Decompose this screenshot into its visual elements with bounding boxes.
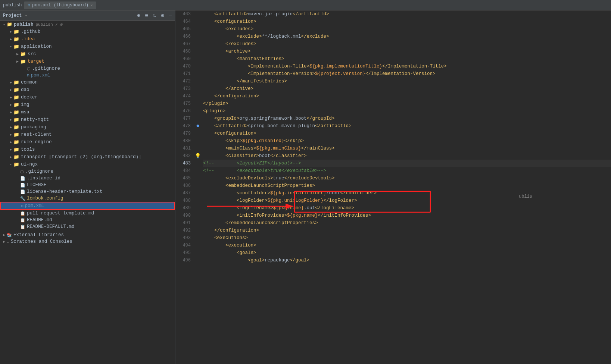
tree-item-gitignore-ui[interactable]: ▶ ⬡ .gitignore (0, 168, 175, 175)
tree-root-publish[interactable]: ▾ 📁 publish publish / ∅ (0, 21, 175, 28)
gitignore-app-icon: ⬡ (27, 66, 31, 71)
line-number-463: 463 (175, 10, 191, 18)
packaging-folder-icon: 📁 (13, 124, 19, 130)
xml-tag: </embeddedLaunchScriptProperties> (225, 220, 318, 226)
line-number-469: 469 (175, 55, 191, 63)
tree-item-docker[interactable]: ▶ 📁 docker (0, 94, 175, 101)
xml-tag: </configuration> (214, 228, 259, 233)
xml-tag: <exclude> (237, 34, 262, 39)
xml-content: /conf (326, 191, 340, 196)
rule-arrow: ▶ (8, 140, 13, 144)
settings-icon[interactable]: ⚙ (161, 12, 164, 19)
tree-item-instance-id[interactable]: ▶ 📄 .instance_id (0, 175, 175, 182)
editor-area: 4634644654664674684694704714724734744754… (175, 10, 611, 364)
tree-item-netty[interactable]: ▶ 📁 netty-mqtt (0, 116, 175, 123)
xml-tag: </artifactId> (315, 123, 352, 129)
gutter-cell-475 (194, 100, 202, 107)
tree-item-src[interactable]: ▶ 📁 src (0, 50, 175, 58)
xml-var: ${pkg.disabled} (242, 138, 284, 144)
tools-arrow: ▶ (8, 147, 13, 152)
tree-item-ui-ngx[interactable]: ▾ 📁 ui-ngx (0, 161, 175, 168)
rule-folder-icon: 📁 (13, 139, 19, 145)
line-number-471: 471 (175, 70, 191, 78)
line-number-489: 489 (175, 204, 191, 212)
xml-content: true (273, 176, 284, 181)
code-gutter: ●💡 (194, 10, 202, 364)
xml-tag: <goals> (237, 250, 256, 255)
xml-tag: <configuration> (214, 131, 256, 136)
tree-item-dao[interactable]: ▶ 📁 dao (0, 86, 175, 94)
gutter-cell-474 (194, 92, 202, 100)
tree-item-packaging[interactable]: ▶ 📁 packaging (0, 123, 175, 131)
tree-item-application[interactable]: ▾ 📁 application (0, 43, 175, 50)
tree-item-github[interactable]: ▶ 📁 .github (0, 28, 175, 35)
line-number-496: 496 (175, 257, 191, 264)
tree-item-img[interactable]: ▶ 📁 img (0, 101, 175, 109)
tree-item-rest[interactable]: ▶ 📁 rest-client (0, 131, 175, 138)
code-content[interactable]: <artifactId>maven-jar-plugin</artifactId… (202, 10, 611, 364)
tree-item-external-libs[interactable]: ▶ 📚 External Libraries (0, 232, 175, 238)
tree-item-transport[interactable]: ▶ 📁 transport [transport (2) (org.things… (0, 153, 175, 161)
code-line-464: <configuration> (203, 18, 611, 25)
xml-tag: </configuration> (214, 94, 259, 99)
tree-item-readme[interactable]: ▶ 📋 README.md (0, 217, 175, 223)
top-tab-pom[interactable]: m pom.xml (thingsboard) ✕ (24, 1, 96, 9)
pom-app-label: pom.xml (31, 73, 51, 78)
gutter-cell-482: 💡 (194, 152, 202, 160)
ext-libs-arrow: ▶ (1, 233, 7, 237)
gutter-cell-490 (194, 212, 202, 219)
tree-item-license-header[interactable]: ▶ 📄 license-header-template.txt (0, 188, 175, 195)
tree-item-pom-root[interactable]: ▶ m pom.xml (0, 202, 175, 210)
ui-ngx-arrow: ▾ (8, 162, 13, 167)
tree-item-msa[interactable]: ▶ 📁 msa (0, 109, 175, 116)
gutter-cell-466 (194, 33, 202, 40)
xml-tag: <artifactId> (214, 12, 248, 17)
msa-label: msa (21, 110, 29, 115)
code-line-479: <configuration> (203, 130, 611, 137)
tree-item-tools[interactable]: ▶ 📁 tools (0, 146, 175, 153)
tree-item-target[interactable]: ▶ 📁 target (0, 58, 175, 65)
xml-var: ${pkg.unixLogFolder} (268, 198, 324, 203)
tree-item-common[interactable]: ▶ 📁 common (0, 79, 175, 86)
gutter-cell-488 (194, 197, 202, 204)
tree-item-pom-app[interactable]: ▶ m pom.xml (0, 72, 175, 79)
dao-arrow: ▶ (8, 88, 13, 92)
xml-tag: <mainClass> (225, 146, 256, 151)
bulb-icon: 💡 (195, 153, 201, 159)
tree-item-readme-default[interactable]: ▶ 📋 README-DEFAULT.md (0, 223, 175, 230)
pom-root-label: pom.xml (25, 203, 45, 208)
hide-icon[interactable]: — (169, 13, 172, 19)
locate-icon[interactable]: ⊕ (137, 12, 140, 19)
xml-var: ${pkg.implementationTitle} (309, 64, 382, 69)
code-line-490: <initInfoProvides>${pkg.name}</initInfoP… (203, 212, 611, 219)
gutter-cell-477 (194, 115, 202, 122)
project-sidebar: Project ▾ ⊕ ≡ ⇅ ⚙ — ▾ 📁 publish publish … (0, 10, 175, 364)
gitignore-app-label: .gitignore (32, 66, 60, 71)
tree-item-gitignore-app[interactable]: ▶ ⬡ .gitignore (0, 65, 175, 72)
close-tab-button[interactable]: ✕ (90, 3, 93, 7)
gutter-cell-481 (194, 145, 202, 152)
common-arrow: ▶ (8, 80, 13, 85)
xml-tag: <artifactId> (214, 123, 248, 129)
docker-label: docker (21, 95, 38, 100)
tree-item-lombok[interactable]: ▶ 🔧 lombok.config (0, 195, 175, 202)
tree-item-license[interactable]: ▶ 📄 LICENSE (0, 182, 175, 188)
license-label: LICENSE (27, 182, 47, 188)
xml-tag: </classifier> (270, 153, 307, 159)
sidebar-dropdown-arrow[interactable]: ▾ (25, 13, 27, 18)
xml-tag: </artifactId> (293, 12, 329, 17)
dao-label: dao (21, 87, 29, 92)
code-line-478: <artifactId>spring-boot-maven-plugin</ar… (203, 122, 611, 130)
tree-item-pull-request[interactable]: ▶ 📋 pull_request_template.md (0, 210, 175, 217)
xml-tag: </logFolder> (324, 198, 357, 203)
common-label: common (21, 80, 38, 85)
tree-item-scratches[interactable]: ▶ ✏️ Scratches and Consoles (0, 238, 175, 245)
tree-item-rule[interactable]: ▶ 📁 rule-engine (0, 138, 175, 146)
ext-libs-icon: 📚 (7, 233, 12, 238)
pull-request-label: pull_request_template.md (27, 211, 94, 216)
tree-item-idea[interactable]: ▶ 📁 .idea (0, 35, 175, 43)
line-number-495: 495 (175, 249, 191, 257)
expand-icon[interactable]: ⇅ (153, 12, 156, 19)
line-number-482: 482 (175, 152, 191, 160)
collapse-icon[interactable]: ≡ (145, 13, 148, 19)
